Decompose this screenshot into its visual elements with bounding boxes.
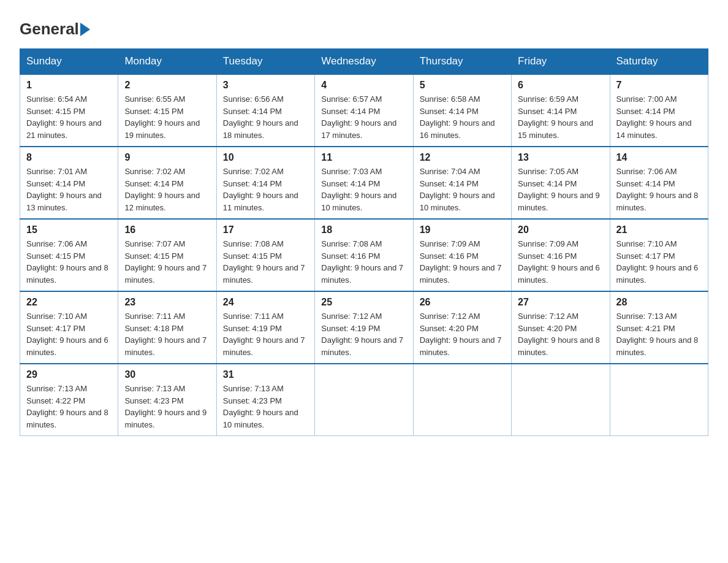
day-number: 12 [420,152,505,163]
calendar-cell: 8Sunrise: 7:01 AMSunset: 4:14 PMDaylight… [20,147,118,219]
day-number: 29 [26,369,112,380]
day-info: Sunrise: 7:13 AMSunset: 4:23 PMDaylight:… [223,383,308,431]
calendar-cell: 2Sunrise: 6:55 AMSunset: 4:15 PMDaylight… [118,74,216,147]
day-number: 28 [616,297,702,308]
calendar-cell: 1Sunrise: 6:54 AMSunset: 4:15 PMDaylight… [20,74,118,147]
calendar-cell: 22Sunrise: 7:10 AMSunset: 4:17 PMDayligh… [20,291,118,364]
day-number: 18 [321,224,406,236]
day-number: 23 [124,297,210,308]
weekday-header-saturday: Saturday [610,49,708,75]
calendar-cell: 23Sunrise: 7:11 AMSunset: 4:18 PMDayligh… [118,291,216,364]
calendar-cell: 15Sunrise: 7:06 AMSunset: 4:15 PMDayligh… [20,219,118,291]
weekday-header-tuesday: Tuesday [216,49,314,75]
calendar-cell: 21Sunrise: 7:10 AMSunset: 4:17 PMDayligh… [610,219,708,291]
day-number: 30 [124,369,210,380]
day-number: 3 [223,80,308,91]
day-number: 24 [223,297,308,308]
day-info: Sunrise: 7:08 AMSunset: 4:16 PMDaylight:… [321,238,406,286]
day-number: 10 [223,152,308,163]
calendar-cell: 13Sunrise: 7:05 AMSunset: 4:14 PMDayligh… [512,147,610,219]
day-info: Sunrise: 7:10 AMSunset: 4:17 PMDaylight:… [26,310,112,358]
calendar-cell: 14Sunrise: 7:06 AMSunset: 4:14 PMDayligh… [610,147,708,219]
day-info: Sunrise: 7:07 AMSunset: 4:15 PMDaylight:… [124,238,210,286]
day-number: 21 [616,224,702,236]
calendar-cell: 28Sunrise: 7:13 AMSunset: 4:21 PMDayligh… [610,291,708,364]
calendar-cell: 29Sunrise: 7:13 AMSunset: 4:22 PMDayligh… [20,364,118,436]
calendar-cell: 27Sunrise: 7:12 AMSunset: 4:20 PMDayligh… [512,291,610,364]
day-info: Sunrise: 6:58 AMSunset: 4:14 PMDaylight:… [420,93,505,141]
day-info: Sunrise: 7:08 AMSunset: 4:15 PMDaylight:… [223,238,308,286]
day-info: Sunrise: 6:59 AMSunset: 4:14 PMDaylight:… [518,93,603,141]
day-info: Sunrise: 7:02 AMSunset: 4:14 PMDaylight:… [223,166,308,213]
day-info: Sunrise: 7:13 AMSunset: 4:22 PMDaylight:… [26,383,112,431]
calendar-cell: 18Sunrise: 7:08 AMSunset: 4:16 PMDayligh… [315,219,413,291]
calendar-cell: 25Sunrise: 7:12 AMSunset: 4:19 PMDayligh… [315,291,413,364]
calendar-cell: 12Sunrise: 7:04 AMSunset: 4:14 PMDayligh… [413,147,511,219]
day-number: 17 [223,224,308,236]
day-info: Sunrise: 6:55 AMSunset: 4:15 PMDaylight:… [124,93,210,141]
day-info: Sunrise: 7:10 AMSunset: 4:17 PMDaylight:… [616,238,702,286]
day-number: 8 [26,152,112,163]
calendar-week-row: 1Sunrise: 6:54 AMSunset: 4:15 PMDaylight… [20,74,708,147]
svg-marker-0 [80,23,90,36]
calendar-week-row: 15Sunrise: 7:06 AMSunset: 4:15 PMDayligh… [20,219,708,291]
day-number: 14 [616,152,702,163]
day-number: 5 [420,80,505,91]
weekday-header-monday: Monday [118,49,216,75]
day-info: Sunrise: 7:13 AMSunset: 4:23 PMDaylight:… [124,383,210,431]
day-number: 26 [420,297,505,308]
day-number: 1 [26,80,112,91]
calendar-cell: 11Sunrise: 7:03 AMSunset: 4:14 PMDayligh… [315,147,413,219]
day-info: Sunrise: 6:57 AMSunset: 4:14 PMDaylight:… [321,93,406,141]
day-number: 16 [124,224,210,236]
calendar-cell: 24Sunrise: 7:11 AMSunset: 4:19 PMDayligh… [216,291,314,364]
calendar-cell: 30Sunrise: 7:13 AMSunset: 4:23 PMDayligh… [118,364,216,436]
day-info: Sunrise: 6:54 AMSunset: 4:15 PMDaylight:… [26,93,112,141]
day-info: Sunrise: 7:01 AMSunset: 4:14 PMDaylight:… [26,166,112,213]
day-number: 19 [420,224,505,236]
day-info: Sunrise: 7:06 AMSunset: 4:15 PMDaylight:… [26,238,112,286]
day-info: Sunrise: 7:12 AMSunset: 4:19 PMDaylight:… [321,310,406,358]
day-info: Sunrise: 6:56 AMSunset: 4:14 PMDaylight:… [223,93,308,141]
day-info: Sunrise: 7:03 AMSunset: 4:14 PMDaylight:… [321,166,406,213]
day-info: Sunrise: 7:12 AMSunset: 4:20 PMDaylight:… [420,310,505,358]
day-number: 15 [26,224,112,236]
day-number: 6 [518,80,603,91]
calendar-cell: 9Sunrise: 7:02 AMSunset: 4:14 PMDaylight… [118,147,216,219]
calendar-week-row: 8Sunrise: 7:01 AMSunset: 4:14 PMDaylight… [20,147,708,219]
day-info: Sunrise: 7:12 AMSunset: 4:20 PMDaylight:… [518,310,603,358]
calendar-cell: 3Sunrise: 6:56 AMSunset: 4:14 PMDaylight… [216,74,314,147]
weekday-header-row: SundayMondayTuesdayWednesdayThursdayFrid… [20,49,708,75]
calendar-table: SundayMondayTuesdayWednesdayThursdayFrid… [20,48,708,436]
day-number: 27 [518,297,603,308]
day-info: Sunrise: 7:09 AMSunset: 4:16 PMDaylight:… [518,238,603,286]
day-info: Sunrise: 7:00 AMSunset: 4:14 PMDaylight:… [616,93,702,141]
day-info: Sunrise: 7:11 AMSunset: 4:19 PMDaylight:… [223,310,308,358]
day-number: 20 [518,224,603,236]
day-number: 11 [321,152,406,163]
logo: General [20,20,90,39]
day-info: Sunrise: 7:04 AMSunset: 4:14 PMDaylight:… [420,166,505,213]
day-info: Sunrise: 7:11 AMSunset: 4:18 PMDaylight:… [124,310,210,358]
calendar-cell: 31Sunrise: 7:13 AMSunset: 4:23 PMDayligh… [216,364,314,436]
weekday-header-wednesday: Wednesday [315,49,413,75]
day-number: 9 [124,152,210,163]
day-number: 2 [124,80,210,91]
page-header: General [20,15,708,39]
logo-triangle-icon [80,23,90,36]
calendar-cell [610,364,708,436]
day-number: 13 [518,152,603,163]
calendar-cell: 19Sunrise: 7:09 AMSunset: 4:16 PMDayligh… [413,219,511,291]
calendar-cell [315,364,413,436]
day-number: 25 [321,297,406,308]
calendar-cell: 20Sunrise: 7:09 AMSunset: 4:16 PMDayligh… [512,219,610,291]
calendar-cell [512,364,610,436]
calendar-week-row: 29Sunrise: 7:13 AMSunset: 4:22 PMDayligh… [20,364,708,436]
calendar-week-row: 22Sunrise: 7:10 AMSunset: 4:17 PMDayligh… [20,291,708,364]
calendar-cell: 7Sunrise: 7:00 AMSunset: 4:14 PMDaylight… [610,74,708,147]
calendar-cell: 10Sunrise: 7:02 AMSunset: 4:14 PMDayligh… [216,147,314,219]
day-number: 22 [26,297,112,308]
logo-general-text: General [20,20,79,39]
day-number: 7 [616,80,702,91]
day-info: Sunrise: 7:05 AMSunset: 4:14 PMDaylight:… [518,166,603,213]
